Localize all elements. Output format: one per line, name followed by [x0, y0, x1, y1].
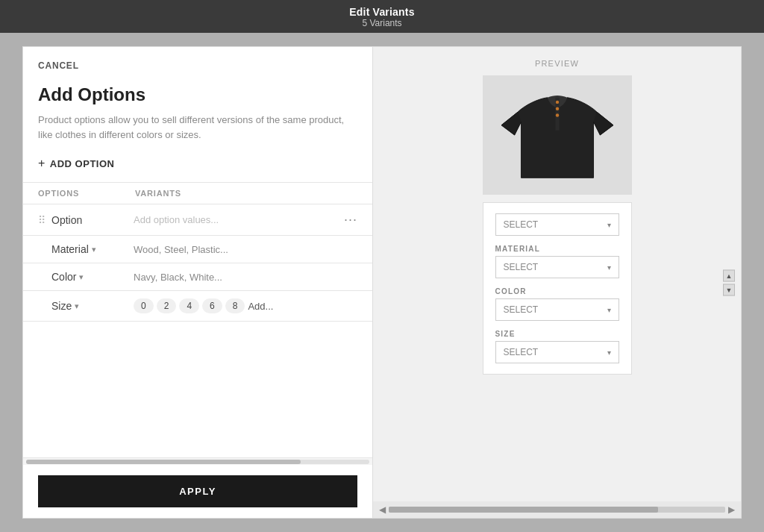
option-name-input[interactable]	[51, 214, 119, 226]
options-col-header: OPTIONS	[38, 189, 135, 198]
preview-select-material[interactable]: SELECT ▾	[495, 256, 619, 278]
product-shirt-svg	[490, 79, 624, 191]
select-group-size: SIZE SELECT ▾	[495, 330, 619, 363]
apply-button[interactable]: APPLY	[38, 475, 357, 507]
panel-heading: Add Options	[23, 77, 372, 108]
panel-description: Product options allow you to sell differ…	[23, 108, 372, 152]
table-row: ⠿ Material ▾ Wood, Steel, Plastic...	[23, 236, 372, 263]
chevron-down-icon: ▾	[607, 221, 611, 229]
preview-scrollbar[interactable]: ◀ ▶	[373, 501, 741, 518]
scroll-left-arrow[interactable]: ◀	[379, 504, 386, 515]
table-row: ⠿ Color ▾ Navy, Black, White...	[23, 263, 372, 291]
scroll-down-arrow[interactable]: ▼	[723, 284, 735, 295]
variant-placeholder-text: Add option values...	[134, 214, 219, 225]
variants-count: 5 Variants	[0, 18, 764, 28]
option-variants-field[interactable]: Add option values...	[134, 214, 344, 225]
left-panel: CANCEL Add Options Product options allow…	[22, 46, 373, 519]
product-image	[483, 75, 632, 195]
option-name-field	[51, 214, 134, 226]
page-title: Edit Variants	[0, 6, 764, 18]
top-bar: Edit Variants 5 Variants	[0, 0, 764, 33]
size-chip-4[interactable]: 4	[179, 298, 199, 313]
chevron-down-icon[interactable]: ▾	[92, 245, 96, 254]
scrollbar-thumb	[389, 507, 658, 513]
add-more-sizes-link[interactable]: Add...	[248, 301, 273, 312]
select-group-material: MATERIAL SELECT ▾	[495, 245, 619, 278]
plus-icon: +	[38, 157, 46, 170]
table-row: ⠿ Size ▾ 0 2 4 6 8 Add...	[23, 291, 372, 322]
select-group-color: COLOR SELECT ▾	[495, 287, 619, 321]
svg-point-1	[555, 101, 558, 104]
main-content: CANCEL Add Options Product options allow…	[22, 46, 742, 519]
table-row: ⠿ Add option values... ···	[23, 204, 372, 236]
preview-select-default[interactable]: SELECT ▾	[495, 213, 619, 236]
preview-label: PREVIEW	[535, 59, 579, 68]
scroll-right-arrow[interactable]: ▶	[728, 504, 735, 515]
right-panel: PREVIEW	[373, 46, 742, 519]
preview-select-color[interactable]: SELECT ▾	[495, 298, 619, 321]
size-chip-2[interactable]: 2	[157, 298, 177, 313]
horizontal-scrollbar[interactable]	[23, 457, 372, 465]
cancel-button[interactable]: CANCEL	[23, 47, 94, 77]
color-variants: Navy, Black, White...	[134, 272, 357, 283]
preview-select-size[interactable]: SELECT ▾	[495, 341, 619, 363]
chevron-down-icon[interactable]: ▾	[75, 301, 79, 311]
material-name: Material ▾	[51, 243, 134, 255]
svg-point-2	[555, 107, 558, 110]
scroll-up-arrow[interactable]: ▲	[723, 269, 735, 281]
chevron-down-icon: ▾	[607, 348, 611, 357]
chevron-down-icon: ▾	[607, 263, 611, 272]
row-menu-button[interactable]: ···	[344, 212, 357, 228]
chevron-down-icon: ▾	[607, 306, 611, 314]
size-chip-6[interactable]: 6	[202, 298, 222, 313]
svg-point-3	[555, 113, 558, 116]
vertical-scroll-indicator: ▲ ▼	[723, 269, 735, 295]
drag-handle-icon[interactable]: ⠿	[38, 214, 46, 226]
size-chip-0[interactable]: 0	[134, 298, 154, 313]
size-name: Size ▾	[51, 300, 134, 312]
scrollbar-track	[389, 507, 725, 513]
variants-col-header: VARIANTS	[135, 189, 357, 198]
size-variants: 0 2 4 6 8 Add...	[134, 298, 357, 313]
chevron-down-icon[interactable]: ▾	[79, 272, 84, 282]
add-option-button[interactable]: + ADD OPTION	[23, 152, 129, 182]
color-name: Color ▾	[51, 271, 134, 283]
table-header: OPTIONS VARIANTS	[23, 183, 372, 204]
material-variants: Wood, Steel, Plastic...	[134, 244, 357, 255]
select-group-default: SELECT ▾	[495, 213, 619, 236]
preview-selects-box: SELECT ▾ MATERIAL SELECT ▾ COLOR SELECT …	[483, 202, 632, 375]
size-chip-8[interactable]: 8	[225, 298, 245, 313]
options-table: OPTIONS VARIANTS ⠿ Add option values... …	[23, 182, 372, 322]
